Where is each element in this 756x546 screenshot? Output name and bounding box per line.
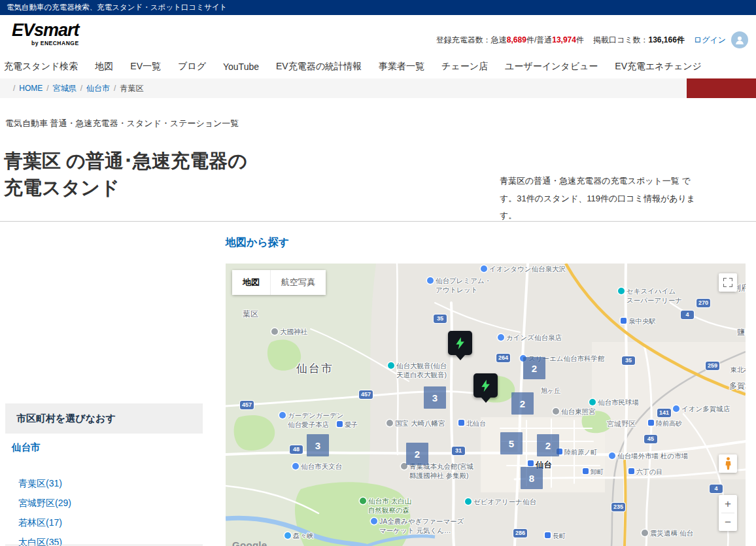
map-canvas[interactable]: 仙台プレミアム・アウトレット イオンタウン仙台泉大沢 セキスイハイムスーパーアリ… bbox=[226, 264, 746, 546]
poi-icon bbox=[427, 277, 434, 284]
map-label-text: 葉区 bbox=[243, 309, 258, 320]
route-shield: 45 bbox=[644, 435, 657, 443]
breadcrumb-link[interactable]: 仙台市 bbox=[86, 84, 110, 93]
nav-item[interactable]: ユーザーインタビュー bbox=[505, 61, 598, 73]
map-label: 卸町 bbox=[583, 468, 604, 476]
map-label-text: セキスイハイムスーパーアリーナ bbox=[627, 287, 682, 305]
map-label: 多賀城 bbox=[729, 381, 746, 392]
breadcrumb-link[interactable]: HOME bbox=[19, 84, 43, 93]
route-shield: 35 bbox=[622, 356, 635, 365]
map-label-text: 仙台場外市場 杜の市場 bbox=[617, 452, 688, 461]
header-right: 登録充電器数：急速8,689件/普通13,974件 掲載口コミ数：136,166… bbox=[436, 31, 748, 48]
map-label-text: イオン多賀城店 bbox=[681, 405, 730, 414]
ev-charger-marker[interactable] bbox=[448, 331, 472, 355]
map-label-text: 六丁の目 bbox=[636, 468, 662, 476]
nav-item[interactable]: EV一覧 bbox=[130, 61, 161, 73]
nav-item[interactable]: 地図 bbox=[95, 61, 113, 73]
login-link[interactable]: ログイン bbox=[694, 35, 726, 46]
breadcrumb-link[interactable]: 宮城県 bbox=[53, 84, 77, 93]
street-view-pegman[interactable] bbox=[719, 454, 737, 473]
review-count: 136,166 bbox=[648, 35, 676, 44]
cluster-marker[interactable]: 8 bbox=[521, 467, 543, 489]
top-banner: 電気自動車の充電器検索、充電スタンド・スポット口コミサイト bbox=[0, 0, 756, 15]
map-type-satellite-button[interactable]: 航空写真 bbox=[270, 270, 326, 295]
cluster-marker[interactable]: 2 bbox=[523, 357, 545, 379]
map-label: カインズ仙台泉店 bbox=[498, 333, 562, 343]
poi-icon bbox=[618, 288, 625, 294]
poi-icon bbox=[271, 328, 278, 335]
poi-icon bbox=[481, 265, 487, 272]
sidebar-bottom-divider bbox=[5, 545, 203, 545]
map-label: 仙台市民球場 bbox=[589, 398, 639, 407]
route-shield: 31 bbox=[452, 447, 465, 455]
map-label: 仙台大観音(仙台天道白衣大観音) bbox=[388, 362, 447, 379]
poi-icon bbox=[371, 518, 377, 524]
cluster-marker[interactable]: 2 bbox=[511, 392, 534, 415]
poi-icon bbox=[673, 405, 679, 412]
map-label: イオンタウン仙台泉大沢 bbox=[481, 265, 566, 274]
nav-item[interactable]: チェーン店 bbox=[441, 61, 488, 73]
cluster-marker[interactable]: 2 bbox=[406, 443, 428, 465]
review-count-label: 掲載口コミ数： bbox=[593, 35, 649, 44]
user-avatar[interactable] bbox=[731, 31, 748, 48]
map-label: 愛子 bbox=[337, 420, 358, 429]
review-unit: 件 bbox=[677, 35, 685, 44]
page-title: 青葉区 の普通･急速充電器の充電スタンド bbox=[4, 148, 260, 201]
poi-icon bbox=[648, 420, 654, 426]
map-label: JA全農みやぎファーマーズマーケット 元気くん… bbox=[371, 517, 464, 535]
zoom-out-button[interactable]: − bbox=[719, 513, 737, 531]
municipality-sidebar: 市区町村を選びなおす 仙台市 青葉区(31) 宮城野区(29) 若林区(17) … bbox=[5, 403, 203, 546]
sidebar-ward-link[interactable]: 青葉区(31) bbox=[18, 478, 62, 488]
poi-icon bbox=[621, 318, 627, 324]
nav-item[interactable]: 充電スタンド検索 bbox=[4, 61, 78, 73]
cluster-marker[interactable]: 3 bbox=[424, 386, 446, 409]
sidebar-city-link[interactable]: 仙台市 bbox=[12, 441, 203, 454]
person-icon bbox=[734, 34, 746, 46]
poi-icon bbox=[388, 362, 394, 369]
map-label: 仙台市 太白山自然観察の森 bbox=[360, 497, 411, 515]
poi-icon bbox=[465, 498, 472, 505]
poi-icon bbox=[642, 530, 648, 536]
map-label: 陸前原ノ町 bbox=[557, 448, 597, 456]
map-label-text: 愛子 bbox=[345, 420, 358, 429]
breadcrumb-link[interactable]: 青葉区 bbox=[120, 84, 143, 93]
section-divider bbox=[0, 221, 756, 222]
map-label: 六丁の目 bbox=[628, 468, 662, 476]
route-shield: 4 bbox=[710, 485, 723, 493]
site-logo[interactable]: EVsmart by ENECHANGE bbox=[12, 22, 79, 46]
cluster-marker[interactable]: 3 bbox=[307, 434, 329, 456]
route-shield: 264 bbox=[496, 354, 510, 362]
ev-charger-marker[interactable] bbox=[473, 373, 498, 398]
sidebar-ward-link[interactable]: 若林区(17) bbox=[18, 517, 62, 528]
map-label: 陸前高砂 bbox=[648, 419, 682, 428]
logo-text: EVsmart bbox=[12, 22, 79, 39]
page-description: 青葉区の普通・急速充電器の充電スポット一覧 です。31件のスタンド、119件の口… bbox=[500, 173, 701, 225]
map-label-text: イオンタウン仙台泉大沢 bbox=[489, 265, 566, 274]
cluster-marker[interactable]: 5 bbox=[500, 432, 523, 454]
route-shield: 270 bbox=[696, 299, 710, 307]
nav-item[interactable]: EV充電エネチェンジ bbox=[615, 61, 702, 73]
map-label: 国宝 大崎八幡宮 bbox=[387, 419, 445, 428]
nav-item[interactable]: ブログ bbox=[178, 61, 206, 73]
map-label: セキスイハイムスーパーアリーナ bbox=[618, 287, 682, 305]
map-label: イオン多賀城店 bbox=[673, 405, 730, 414]
nav-item[interactable]: EV充電器の統計情報 bbox=[276, 61, 362, 73]
map-label-text: JA全農みやぎファーマーズマーケット 元気くん… bbox=[379, 517, 464, 535]
fullscreen-button[interactable] bbox=[719, 273, 737, 292]
map-type-map-button[interactable]: 地図 bbox=[232, 270, 270, 295]
cluster-marker[interactable]: 2 bbox=[537, 434, 559, 456]
map-label: 宮城野区 bbox=[607, 419, 636, 428]
breadcrumb-item: HOME bbox=[9, 78, 43, 98]
nav-item[interactable]: YouTube bbox=[223, 61, 259, 72]
route-shield: 259 bbox=[706, 362, 719, 370]
fullscreen-icon bbox=[723, 278, 732, 287]
poi-icon bbox=[609, 452, 615, 459]
zoom-in-button[interactable]: + bbox=[719, 495, 737, 513]
map-label-text: 仙台プレミアム・アウトレット bbox=[436, 277, 491, 294]
poi-icon bbox=[528, 460, 534, 466]
map-label: 磊々峡 bbox=[284, 532, 314, 541]
breadcrumb-item: 青葉区 bbox=[110, 78, 143, 98]
sidebar-ward-link[interactable]: 宮城野区(29) bbox=[18, 498, 71, 508]
poi-icon bbox=[458, 420, 464, 426]
nav-item[interactable]: 事業者一覧 bbox=[379, 61, 424, 73]
